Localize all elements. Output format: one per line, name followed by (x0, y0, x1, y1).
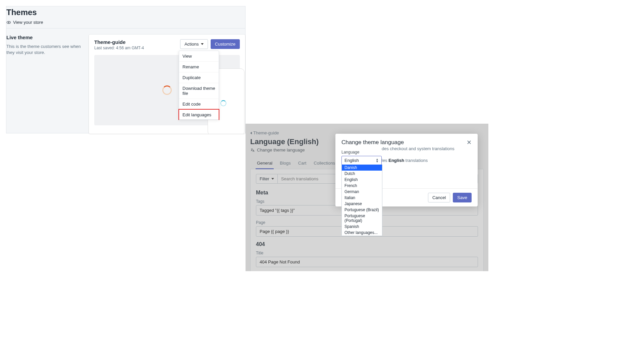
save-label: Save (457, 195, 467, 200)
live-theme-heading: Live theme (6, 35, 86, 40)
svg-point-1 (8, 22, 9, 23)
menu-item-edit-languages[interactable]: Edit languages (178, 109, 219, 120)
loading-spinner-icon (162, 85, 172, 95)
option-portuguese-portugal[interactable]: Portuguese (Portugal) (342, 213, 382, 224)
option-dutch[interactable]: Dutch (342, 171, 382, 177)
customize-button[interactable]: Customize (211, 39, 240, 49)
option-french[interactable]: French (342, 183, 382, 189)
page-title: Themes (6, 6, 245, 18)
themes-panel: Themes View your store Live theme This i… (6, 6, 246, 133)
themes-header: Themes View your store (6, 6, 245, 28)
select-arrows-icon: ▲▼ (376, 158, 379, 163)
eye-icon (6, 20, 11, 25)
view-store-label: View your store (13, 20, 43, 25)
theme-card: Theme-guide Last saved: 4:56 am GMT-4 Ac… (89, 35, 245, 134)
hint2-bold: English (388, 158, 404, 163)
option-portuguese-brazil[interactable]: Portuguese (Brazil) (342, 207, 382, 213)
live-theme-row: Live theme This is the theme customers s… (6, 28, 245, 134)
hint-checkout: des checkout and system translations (382, 146, 472, 151)
option-danish[interactable]: Danish (342, 165, 382, 171)
change-language-modal: Change theme language ✕ Language English… (335, 134, 478, 206)
close-icon[interactable]: ✕ (467, 139, 472, 145)
theme-name: Theme-guide (94, 39, 144, 45)
live-theme-info: Live theme This is the theme customers s… (6, 35, 89, 134)
option-english[interactable]: English (342, 177, 382, 183)
view-store-link[interactable]: View your store (6, 20, 245, 25)
customize-label: Customize (215, 42, 235, 47)
loading-circle-icon (220, 100, 226, 106)
hint2-prefix: les (382, 158, 388, 163)
modal-title: Change theme language (341, 139, 404, 146)
language-select[interactable]: English ▲▼ Danish Dutch English French G… (341, 156, 382, 165)
language-select-value: English (344, 158, 359, 163)
actions-dropdown: View Rename Duplicate Download theme fil… (179, 51, 219, 120)
option-italian[interactable]: Italian (342, 195, 382, 201)
option-other[interactable]: Other languages... (342, 230, 382, 236)
save-button[interactable]: Save (453, 193, 472, 202)
svg-point-0 (7, 21, 10, 23)
actions-label: Actions (184, 42, 199, 47)
menu-item-view[interactable]: View (179, 51, 219, 62)
option-spanish[interactable]: Spanish (342, 224, 382, 230)
language-panel: Theme-guide Language (English) Change th… (246, 124, 488, 271)
chevron-down-icon (201, 43, 204, 45)
hint-english: les English translations (382, 158, 472, 163)
theme-saved: Last saved: 4:56 am GMT-4 (94, 46, 144, 50)
hint2-suffix: translations (404, 158, 428, 163)
live-theme-desc: This is the theme customers see when the… (6, 44, 86, 56)
menu-item-edit-code[interactable]: Edit code (179, 99, 219, 110)
actions-button[interactable]: Actions (180, 39, 208, 49)
option-german[interactable]: German (342, 189, 382, 195)
language-options: Danish Dutch English French German Itali… (341, 165, 382, 236)
cancel-label: Cancel (432, 195, 446, 200)
option-japanese[interactable]: Japanese (342, 201, 382, 207)
menu-item-rename[interactable]: Rename (179, 62, 219, 72)
menu-item-download[interactable]: Download theme file (179, 83, 219, 99)
cancel-button[interactable]: Cancel (428, 193, 450, 202)
menu-item-duplicate[interactable]: Duplicate (179, 72, 219, 83)
